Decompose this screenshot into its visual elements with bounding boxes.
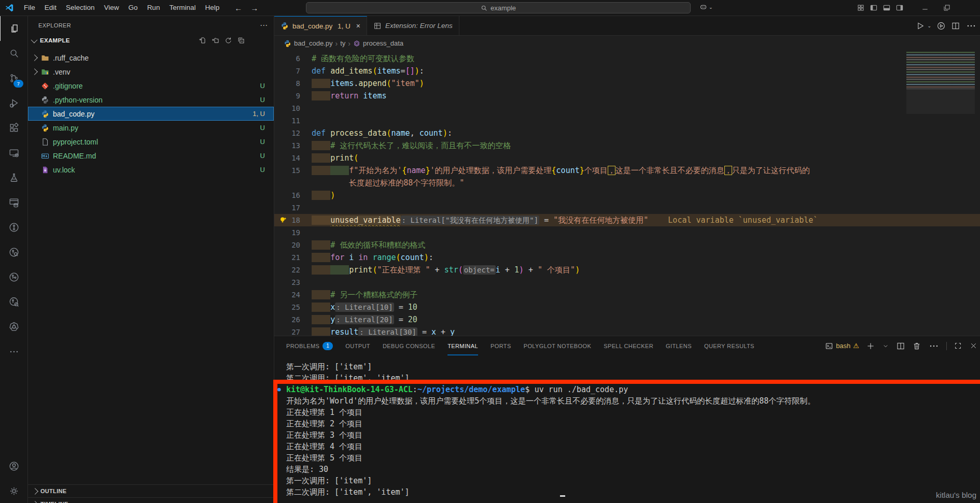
terminal-output[interactable]: 第一次调用: ['item']第二次调用: ['item', 'item']●k… [274, 355, 980, 503]
activitybar-gitlens[interactable] [0, 265, 27, 290]
run-python-file-icon[interactable] [916, 21, 925, 31]
file-row-bad-code-py[interactable]: bad_code.py1, U [28, 107, 274, 121]
menu-view[interactable]: View [100, 0, 124, 16]
terminal-profile-dropdown-icon[interactable] [882, 342, 889, 350]
menu-go[interactable]: Go [124, 0, 143, 16]
code-editor[interactable]: 6# 函数有危险的可变默认参数7def add_items(items=[]):… [274, 51, 980, 336]
activitybar-database[interactable] [0, 190, 27, 215]
refresh-explorer-icon[interactable] [224, 36, 232, 45]
explorer-more-actions-icon[interactable]: ⋯ [260, 21, 268, 30]
file-row-README-md[interactable]: README.mdU [28, 149, 274, 163]
outline-section[interactable]: OUTLINE [28, 484, 274, 497]
breadcrumb-file[interactable]: bad_code.py [284, 39, 332, 47]
panel-tab-output[interactable]: OUTPUT [345, 336, 370, 355]
activitybar-extensions[interactable] [0, 116, 27, 140]
copilot-button[interactable]: ⌄ [699, 3, 713, 11]
git-status-badge: U [260, 82, 274, 90]
activitybar-source-control[interactable]: 7 [0, 66, 27, 91]
customize-layout-icon[interactable] [857, 4, 865, 12]
command-center-search[interactable]: example [306, 2, 691, 13]
breadcrumb-separator: › [335, 39, 338, 48]
file-row--venv[interactable]: .venv [28, 65, 274, 79]
warning-icon: ⚠ [853, 342, 859, 350]
terminal-more-actions-icon[interactable] [928, 340, 940, 352]
menu-file[interactable]: File [19, 0, 40, 16]
project-section-header[interactable]: EXAMPLE [28, 34, 274, 47]
chevron-down-icon [31, 36, 38, 43]
python-file-icon [40, 109, 49, 118]
file-row--ruff-cache[interactable]: .ruff_cache [28, 51, 274, 65]
activitybar-git-graph[interactable] [0, 215, 27, 240]
breadcrumb-symbol[interactable]: process_data [353, 39, 403, 47]
activitybar-explorer[interactable] [0, 16, 28, 41]
run-or-debug-icon[interactable] [936, 21, 946, 31]
menu-selection[interactable]: Selection [61, 0, 100, 16]
split-editor-icon[interactable] [951, 21, 960, 31]
panel-tab-debug-console[interactable]: DEBUG CONSOLE [383, 336, 435, 355]
activitybar-additional-views[interactable] [0, 339, 27, 364]
activitybar-settings[interactable] [0, 479, 27, 503]
maximize-panel-icon[interactable] [954, 341, 962, 350]
file-row--python-version[interactable]: .python-versionU [28, 93, 274, 107]
panel-tab-terminal[interactable]: TERMINAL [447, 336, 478, 355]
activitybar-run-and-debug[interactable] [0, 91, 27, 116]
panel-tab-problems[interactable]: PROBLEMS1 [286, 336, 333, 355]
activitybar-testing[interactable] [0, 165, 27, 190]
activitybar-gitlens-inspect[interactable] [0, 290, 27, 314]
toggle-secondary-sidebar-icon[interactable] [895, 4, 904, 12]
file-tree: .ruff_cache.venv.gitignoreU.python-versi… [28, 51, 274, 177]
split-terminal-icon[interactable] [896, 341, 905, 351]
activitybar-commit-search[interactable] [0, 240, 27, 265]
command-decoration-icon[interactable]: ● [277, 384, 281, 395]
panel-tab-spell-checker[interactable]: SPELL CHECKER [604, 336, 653, 355]
editor-more-actions-icon[interactable] [965, 20, 977, 32]
menu-terminal[interactable]: Terminal [164, 0, 200, 16]
toggle-primary-sidebar-icon[interactable] [870, 4, 878, 12]
code-line-16: 16 ) [274, 189, 980, 202]
activitybar-remote-explorer[interactable] [0, 140, 27, 165]
line-content [312, 276, 980, 289]
menu-edit[interactable]: Edit [40, 0, 61, 16]
terminal-instance-chip[interactable]: bash ⚠ [825, 342, 859, 350]
line-number: 6 [274, 52, 312, 65]
file-row-uv-lock[interactable]: uv.lockU [28, 163, 274, 177]
line-content: print("正在处理第 " + str(object=i + 1) + " 个… [312, 264, 980, 276]
panel-tab-gitlens[interactable]: GITLENS [666, 336, 692, 355]
line-number: 22 [274, 264, 312, 276]
close-icon[interactable]: × [356, 22, 360, 30]
toggle-panel-icon[interactable] [883, 4, 891, 12]
menubar: FileEditSelectionViewGoRunTerminalHelp [19, 0, 224, 16]
gitlens-inspect-icon [8, 296, 20, 308]
panel-tab-query-results[interactable]: QUERY RESULTS [704, 336, 754, 355]
minimize-window-icon[interactable] [921, 4, 929, 12]
restore-window-icon[interactable] [943, 4, 951, 12]
kill-terminal-icon[interactable] [912, 341, 921, 351]
terminal-line: 正在处理第 5 个项目 [286, 452, 980, 464]
line-content: # 这行代码太长了，难以阅读，而且有不一致的空格 [312, 139, 980, 152]
lightbulb-icon[interactable] [279, 216, 287, 224]
menu-help[interactable]: Help [200, 0, 224, 16]
file-row-pyproject-toml[interactable]: pyproject.tomlU [28, 135, 274, 149]
new-file-icon[interactable] [198, 36, 206, 45]
new-terminal-icon[interactable] [866, 341, 875, 351]
tab-extension-error-lens[interactable]: Extension: Error Lens [367, 16, 459, 35]
kubernetes-icon [8, 321, 20, 333]
menu-run[interactable]: Run [143, 0, 165, 16]
breadcrumb-module[interactable]: ty [340, 39, 345, 47]
file-row--gitignore[interactable]: .gitignoreU [28, 79, 274, 93]
collapse-folders-icon[interactable] [237, 36, 245, 45]
activitybar-search[interactable] [0, 41, 27, 66]
new-folder-icon[interactable] [211, 36, 219, 45]
panel-tab-ports[interactable]: PORTS [491, 336, 511, 355]
timeline-section[interactable]: TIMELINE [28, 497, 274, 503]
close-panel-icon[interactable] [969, 341, 978, 350]
activitybar-accounts[interactable] [0, 454, 27, 479]
minimap[interactable] [906, 52, 975, 114]
nav-forward-icon[interactable]: → [250, 4, 258, 12]
file-row-main-py[interactable]: main.pyU [28, 121, 274, 135]
tab-bad-code[interactable]: bad_code.py 1, U × [274, 16, 367, 35]
nav-back-icon[interactable]: ← [234, 4, 242, 12]
activitybar-kubernetes[interactable] [0, 314, 27, 339]
git-graph-icon [8, 222, 20, 233]
panel-tab-polyglot-notebook[interactable]: POLYGLOT NOTEBOOK [524, 336, 591, 355]
